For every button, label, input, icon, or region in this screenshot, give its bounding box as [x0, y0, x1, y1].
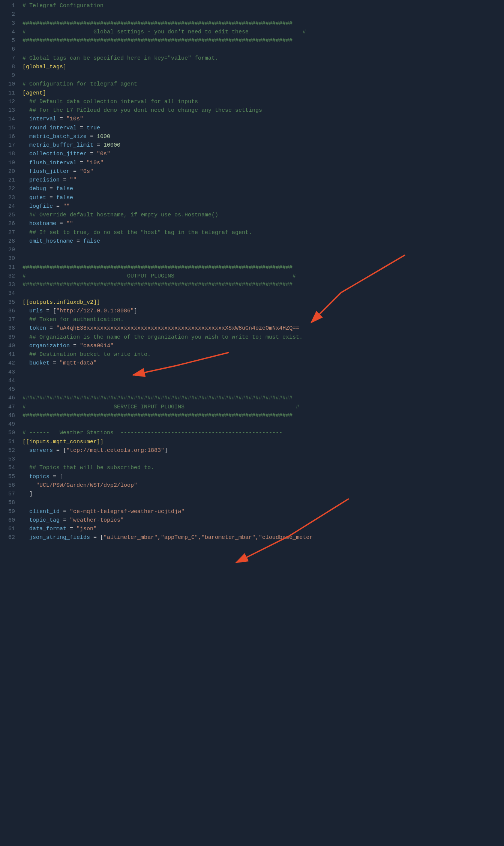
code-line-54: ## Topics that will be subscribed to. [22, 464, 504, 472]
token: "weather-topics" [70, 517, 124, 524]
line-number-52: 52 [0, 446, 15, 455]
token: ## Default data collection interval for … [22, 99, 198, 105]
code-area: # Telegraf Configuration ###############… [20, 0, 504, 846]
token: = [93, 142, 104, 148]
token: metric_buffer_limit [22, 142, 93, 148]
token: ########################################… [22, 20, 292, 27]
code-line-29 [22, 246, 504, 254]
token: logfile [22, 203, 53, 210]
line-number-13: 13 [0, 106, 15, 115]
line-number-50: 50 [0, 429, 15, 437]
code-line-30 [22, 254, 504, 263]
token: 1000 [97, 134, 110, 140]
token: ## For the L7 PiCloud demo you dont need… [22, 107, 262, 114]
code-line-31: ########################################… [22, 263, 504, 272]
line-number-49: 49 [0, 420, 15, 429]
token: "" [66, 220, 73, 227]
token: topics [22, 474, 50, 480]
line-number-46: 46 [0, 394, 15, 402]
token: data_format [22, 526, 66, 532]
line-number-14: 14 [0, 115, 15, 123]
token: = [ [50, 474, 63, 480]
line-number-11: 11 [0, 89, 15, 98]
token: interval [22, 116, 56, 122]
line-number-33: 33 [0, 280, 15, 289]
token: omit_hostname [22, 238, 73, 244]
line-number-23: 23 [0, 194, 15, 202]
code-line-45 [22, 385, 504, 394]
line-number-24: 24 [0, 202, 15, 211]
token: # OUTPUT PLUGINS # [22, 273, 296, 279]
code-line-22: debug = false [22, 184, 504, 193]
code-line-48: ########################################… [22, 411, 504, 420]
token: ########################################… [22, 38, 292, 44]
token: true [87, 125, 100, 131]
line-number-59: 59 [0, 507, 15, 516]
line-number-31: 31 [0, 263, 15, 272]
token: "" [63, 203, 70, 210]
line-number-2: 2 [0, 10, 15, 19]
token: json_string_fields [22, 534, 90, 541]
line-number-47: 47 [0, 403, 15, 411]
line-number-19: 19 [0, 159, 15, 167]
code-line-3: ########################################… [22, 19, 504, 28]
code-line-17: metric_buffer_limit = 10000 [22, 141, 504, 150]
line-number-35: 35 [0, 298, 15, 307]
line-number-60: 60 [0, 516, 15, 525]
token: client_id [22, 508, 60, 515]
token: metric_batch_size [22, 134, 87, 140]
token: ] [164, 447, 168, 454]
token: token [22, 325, 46, 332]
line-number-43: 43 [0, 368, 15, 376]
line-number-22: 22 [0, 184, 15, 193]
token: "http://127.0.0.1:8086" [56, 308, 134, 314]
token: = [76, 160, 87, 166]
token: "" [70, 177, 76, 183]
token: = [60, 508, 70, 515]
token: "10s" [66, 116, 83, 122]
line-number-55: 55 [0, 472, 15, 481]
line-number-48: 48 [0, 411, 15, 420]
token: = [87, 151, 97, 157]
line-number-6: 6 [0, 45, 15, 54]
line-number-9: 9 [0, 71, 15, 80]
code-line-53 [22, 455, 504, 464]
token: ## Organization is the name of the organ… [22, 334, 303, 340]
line-number-45: 45 [0, 385, 15, 394]
token: collection_jitter [22, 151, 87, 157]
token: = [ [43, 308, 56, 314]
line-number-15: 15 [0, 124, 15, 132]
token: bucket [22, 360, 50, 366]
line-number-36: 36 [0, 307, 15, 315]
code-line-18: collection_jitter = "0s" [22, 150, 504, 158]
token: = [73, 238, 83, 244]
line-number-54: 54 [0, 464, 15, 472]
line-number-27: 27 [0, 228, 15, 237]
token: = [76, 125, 87, 131]
line-number-40: 40 [0, 342, 15, 350]
code-line-12: ## Default data collection interval for … [22, 98, 504, 106]
token: ] [134, 308, 137, 314]
token: precision [22, 177, 60, 183]
line-number-58: 58 [0, 498, 15, 507]
line-number-8: 8 [0, 63, 15, 71]
code-line-1: # Telegraf Configuration [22, 2, 504, 10]
token: "altimeter_mbar","appTemp_C","barometer_… [104, 534, 313, 541]
token: = [87, 134, 97, 140]
token: = [ [53, 447, 66, 454]
token: urls [22, 308, 43, 314]
code-line-55: topics = [ [22, 472, 504, 481]
line-number-39: 39 [0, 333, 15, 342]
token: # Configuration for telegraf agent [22, 81, 137, 87]
code-line-58 [22, 498, 504, 507]
line-number-16: 16 [0, 132, 15, 141]
line-number-5: 5 [0, 36, 15, 45]
line-number-28: 28 [0, 237, 15, 246]
code-line-52: servers = ["tcp://mqtt.cetools.org:1883"… [22, 446, 504, 455]
code-line-51: [[inputs.mqtt_consumer]] [22, 438, 504, 446]
token: ## Token for authentication. [22, 316, 124, 323]
code-line-34 [22, 289, 504, 298]
line-number-29: 29 [0, 246, 15, 254]
code-line-16: metric_batch_size = 1000 [22, 132, 504, 141]
token: = [ [90, 534, 104, 541]
